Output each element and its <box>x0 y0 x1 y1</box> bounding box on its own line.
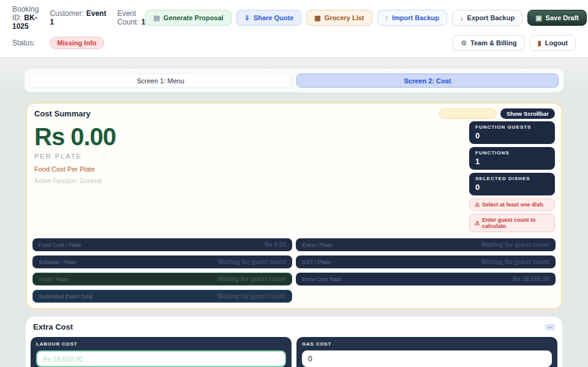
food-cost-per-plate-label: Food Cost Per Plate <box>34 165 116 173</box>
row-extra-cost-total: Extra Cost TotalRs 18,650.00 <box>296 273 556 286</box>
gas-cost-input[interactable] <box>302 350 552 367</box>
upload-icon: ↑ <box>385 15 389 21</box>
team-billing-button[interactable]: ⚙Team & Billing <box>453 35 524 51</box>
selected-dishes-stat: SELECTED DISHES 0 <box>469 173 555 195</box>
floppy-icon: ▣ <box>535 15 541 21</box>
extra-cost-fields: LABOUR COST GAS COST TRANSPORT COST OTHE… <box>31 337 557 367</box>
function-guests-stat: FUNCTION GUESTS 0 <box>469 121 555 144</box>
stat-label: FUNCTION GUESTS <box>475 124 549 130</box>
cost-summary-card: Cost Summary Show Scrollbar Rs 0.00 PER … <box>26 102 562 309</box>
gear-icon: ⚙ <box>461 40 467 47</box>
stat-value: 0 <box>475 131 549 140</box>
generate-proposal-button[interactable]: ▤Generate Proposal <box>145 10 231 26</box>
labour-cost-label: LABOUR COST <box>36 341 286 347</box>
show-scrollbar-button[interactable]: Show Scrollbar <box>500 108 555 119</box>
row-estimated-event-total: Estimated Event TotalWaiting for guest c… <box>32 290 292 303</box>
stat-label: FUNCTIONS <box>475 150 549 156</box>
tab-screen1-menu[interactable]: Screen 1: Menu <box>29 74 292 88</box>
share-icon: ⇓ <box>244 15 250 21</box>
per-plate-summary: Rs 0.00 PER PLATE Food Cost Per Plate Ac… <box>34 121 116 232</box>
cost-rows: Food Cost / PlateRs 0.00 Extra / PlateWa… <box>32 238 556 303</box>
top-header: Booking ID:BK-1025 Customer:Event 1 Even… <box>0 0 588 58</box>
row-gst-plate: GST / PlateWaiting for guest count <box>296 255 556 268</box>
status-row: Status: Missing Info <box>12 37 104 49</box>
gas-cost-field: GAS COST <box>296 337 557 367</box>
booking-id: Booking ID:BK-1025 <box>12 5 39 31</box>
grocery-icon: ▦ <box>314 15 320 21</box>
logout-button[interactable]: ▮Logout <box>530 35 576 51</box>
labour-cost-input[interactable] <box>36 350 286 367</box>
event-count: Event Count:1 <box>117 9 145 26</box>
row-extra-plate: Extra / PlateWaiting for guest count <box>296 238 556 251</box>
booking-info: Booking ID:BK-1025 Customer:Event 1 Even… <box>12 5 145 31</box>
per-plate-label: PER PLATE <box>34 153 116 160</box>
tab-screen2-cost[interactable]: Screen 2: Cost <box>296 74 559 88</box>
screen-tabs: Screen 1: Menu Screen 2: Cost <box>24 69 564 93</box>
labour-cost-field: LABOUR COST <box>31 337 292 367</box>
proposal-icon: ▤ <box>153 15 159 21</box>
summary-side-panel: FUNCTION GUESTS 0 FUNCTIONS 1 SELECTED D… <box>469 121 555 232</box>
extra-cost-title: Extra Cost <box>33 322 73 331</box>
row-subtotal-plate: Subtotal / PlateWaiting for guest count <box>32 255 292 268</box>
highlighted-pill-button[interactable] <box>439 108 497 119</box>
stat-value: 0 <box>475 183 549 192</box>
stat-value: 1 <box>475 157 549 166</box>
alert-guest-count: ⚠ Enter guest count to calculate. <box>469 214 555 232</box>
status-badge: Missing Info <box>50 37 104 49</box>
download-icon: ↓ <box>460 15 464 21</box>
alert-select-dish: ⚠ Select at least one dish. <box>469 199 555 211</box>
export-backup-button[interactable]: ↓Export Backup <box>452 10 522 26</box>
extra-cost-card: Extra Cost – LABOUR COST GAS COST TRANSP… <box>26 317 562 367</box>
cost-summary-title: Cost Summary <box>34 109 91 118</box>
gas-cost-label: GAS COST <box>302 341 552 347</box>
per-plate-amount: Rs 0.00 <box>34 124 116 149</box>
customer: Customer:Event 1 <box>50 9 106 26</box>
row-food-cost-plate: Food Cost / PlateRs 0.00 <box>32 238 292 251</box>
grocery-list-button[interactable]: ▦Grocery List <box>306 10 372 26</box>
functions-stat: FUNCTIONS 1 <box>469 147 555 170</box>
status-label: Status: <box>12 39 35 47</box>
door-icon: ▮ <box>538 40 541 47</box>
save-draft-button[interactable]: ▣Save Draft <box>527 10 587 26</box>
warning-icon: ⚠ <box>475 202 480 208</box>
collapse-icon[interactable]: – <box>545 324 555 330</box>
active-function-label: Active Function: General <box>34 178 116 184</box>
row-final-plate: Final / PlateWaiting for guest count <box>32 273 292 286</box>
stat-label: SELECTED DISHES <box>475 176 549 181</box>
share-quote-button[interactable]: ⇓Share Quote <box>236 10 302 26</box>
warning-icon: ⚠ <box>475 220 480 226</box>
header-actions: ▤Generate Proposal ⇓Share Quote ▦Grocery… <box>145 10 588 26</box>
import-backup-button[interactable]: ↑Import Backup <box>377 10 448 26</box>
main-content: Screen 1: Menu Screen 2: Cost Cost Summa… <box>0 58 588 367</box>
